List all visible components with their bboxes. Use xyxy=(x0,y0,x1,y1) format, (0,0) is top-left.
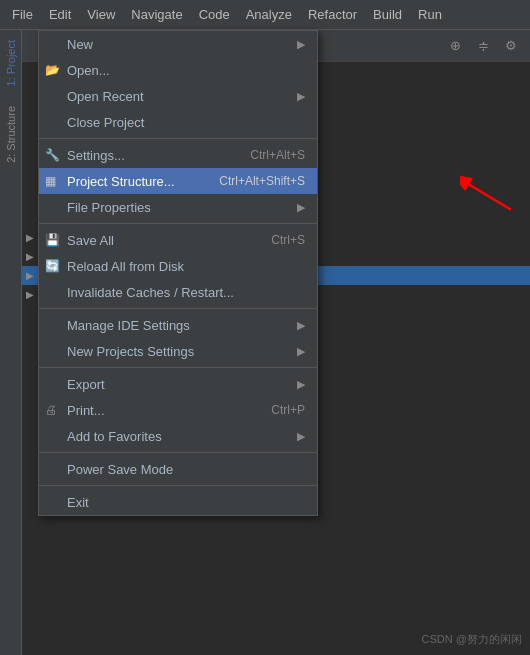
toolbar-gear-btn[interactable]: ⚙ xyxy=(500,35,522,57)
menu-item-new-label: New xyxy=(67,37,93,52)
menu-item-manage-ide[interactable]: Manage IDE Settings ▶ xyxy=(39,312,317,338)
settings-shortcut: Ctrl+Alt+S xyxy=(250,148,305,162)
sidebar-tab-project[interactable]: 1: Project xyxy=(3,30,19,96)
menu-item-new[interactable]: New ▶ xyxy=(39,31,317,57)
menu-item-open[interactable]: 📂 Open... xyxy=(39,57,317,83)
menu-item-exit[interactable]: Exit xyxy=(39,489,317,515)
arrow-icon: ▶ xyxy=(297,378,305,391)
menu-item-save-all[interactable]: 💾 Save All Ctrl+S xyxy=(39,227,317,253)
sidebar-tab-structure[interactable]: 2: Structure xyxy=(3,96,19,173)
separator xyxy=(39,452,317,453)
expand-icon: ▶ xyxy=(26,289,34,300)
menu-item-export-label: Export xyxy=(67,377,105,392)
menu-item-export[interactable]: Export ▶ xyxy=(39,371,317,397)
menu-item-project-structure[interactable]: ▦ Project Structure... Ctrl+Alt+Shift+S xyxy=(39,168,317,194)
separator xyxy=(39,367,317,368)
project-structure-shortcut: Ctrl+Alt+Shift+S xyxy=(219,174,305,188)
menu-item-power-save-label: Power Save Mode xyxy=(67,462,173,477)
menubar-navigate[interactable]: Navigate xyxy=(123,3,190,26)
menu-item-close-project-label: Close Project xyxy=(67,115,144,130)
expand-icon: ▶ xyxy=(26,270,34,281)
arrow-icon: ▶ xyxy=(297,319,305,332)
file-dropdown-menu: New ▶ 📂 Open... Open Recent ▶ Close Proj… xyxy=(38,30,318,516)
menu-item-manage-ide-label: Manage IDE Settings xyxy=(67,318,190,333)
save-all-shortcut: Ctrl+S xyxy=(271,233,305,247)
left-sidebar: 1: Project 2: Structure xyxy=(0,30,22,655)
save-icon: 💾 xyxy=(45,233,60,247)
separator xyxy=(39,485,317,486)
menu-item-settings[interactable]: 🔧 Settings... Ctrl+Alt+S xyxy=(39,142,317,168)
menubar: File Edit View Navigate Code Analyze Ref… xyxy=(0,0,530,30)
print-shortcut: Ctrl+P xyxy=(271,403,305,417)
menu-item-open-label: Open... xyxy=(67,63,110,78)
menu-item-power-save[interactable]: Power Save Mode xyxy=(39,456,317,482)
arrow-icon: ▶ xyxy=(297,430,305,443)
menu-item-reload-label: Reload All from Disk xyxy=(67,259,184,274)
toolbar-target-btn[interactable]: ⊕ xyxy=(444,35,466,57)
menubar-file[interactable]: File xyxy=(4,3,41,26)
arrow-icon: ▶ xyxy=(297,345,305,358)
menu-item-file-properties-label: File Properties xyxy=(67,200,151,215)
menu-item-settings-label: Settings... xyxy=(67,148,125,163)
menu-item-file-properties[interactable]: File Properties ▶ xyxy=(39,194,317,220)
menubar-build[interactable]: Build xyxy=(365,3,410,26)
menu-item-open-recent[interactable]: Open Recent ▶ xyxy=(39,83,317,109)
menu-item-reload[interactable]: 🔄 Reload All from Disk xyxy=(39,253,317,279)
arrow-icon: ▶ xyxy=(297,90,305,103)
menubar-view[interactable]: View xyxy=(79,3,123,26)
arrow-icon: ▶ xyxy=(297,201,305,214)
expand-icon: ▶ xyxy=(26,251,34,262)
reload-icon: 🔄 xyxy=(45,259,60,273)
toolbar-sort-btn[interactable]: ≑ xyxy=(472,35,494,57)
print-icon: 🖨 xyxy=(45,403,57,417)
menu-item-new-projects[interactable]: New Projects Settings ▶ xyxy=(39,338,317,364)
menu-item-close-project[interactable]: Close Project xyxy=(39,109,317,135)
menu-item-save-all-label: Save All xyxy=(67,233,114,248)
menu-item-invalidate[interactable]: Invalidate Caches / Restart... xyxy=(39,279,317,305)
separator xyxy=(39,223,317,224)
structure-icon: ▦ xyxy=(45,174,56,188)
menu-item-print-label: Print... xyxy=(67,403,105,418)
menu-item-invalidate-label: Invalidate Caches / Restart... xyxy=(67,285,234,300)
expand-icon: ▶ xyxy=(26,232,34,243)
menu-item-project-structure-label: Project Structure... xyxy=(67,174,175,189)
menubar-refactor[interactable]: Refactor xyxy=(300,3,365,26)
menu-item-favorites[interactable]: Add to Favorites ▶ xyxy=(39,423,317,449)
menu-item-exit-label: Exit xyxy=(67,495,89,510)
menu-item-open-recent-label: Open Recent xyxy=(67,89,144,104)
menubar-analyze[interactable]: Analyze xyxy=(238,3,300,26)
menubar-run[interactable]: Run xyxy=(410,3,450,26)
separator xyxy=(39,138,317,139)
arrow-icon: ▶ xyxy=(297,38,305,51)
watermark: CSDN @努力的闲闲 xyxy=(422,632,522,647)
menu-item-favorites-label: Add to Favorites xyxy=(67,429,162,444)
menubar-code[interactable]: Code xyxy=(191,3,238,26)
menu-item-print[interactable]: 🖨 Print... Ctrl+P xyxy=(39,397,317,423)
menu-item-new-projects-label: New Projects Settings xyxy=(67,344,194,359)
settings-icon: 🔧 xyxy=(45,148,60,162)
menubar-edit[interactable]: Edit xyxy=(41,3,79,26)
open-icon: 📂 xyxy=(45,63,60,77)
separator xyxy=(39,308,317,309)
